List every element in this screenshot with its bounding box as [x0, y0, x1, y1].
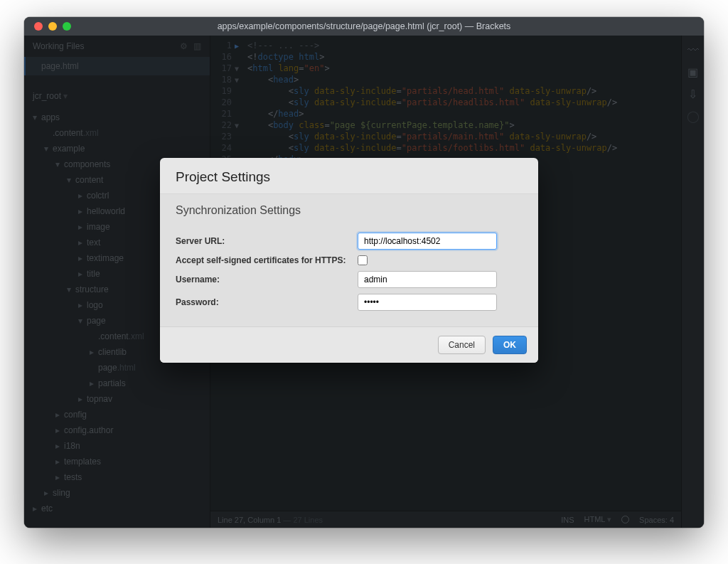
settings-form: Server URL: Accept self-signed certifica…	[160, 224, 538, 326]
dialog-section-title: Synchronization Settings	[160, 193, 538, 224]
minimize-icon[interactable]	[48, 22, 57, 31]
dialog-footer: Cancel OK	[160, 326, 538, 363]
cancel-button[interactable]: Cancel	[438, 336, 486, 354]
ok-button[interactable]: OK	[493, 336, 527, 354]
close-icon[interactable]	[34, 22, 43, 31]
accept-cert-label: Accept self-signed certificates for HTTP…	[176, 255, 358, 265]
titlebar: apps/example/components/structure/page/p…	[24, 17, 704, 36]
username-input[interactable]	[358, 271, 497, 288]
accept-cert-checkbox[interactable]	[358, 255, 368, 265]
maximize-icon[interactable]	[63, 22, 71, 31]
window-controls	[24, 22, 71, 31]
project-settings-dialog: Project Settings Synchronization Setting…	[160, 158, 538, 363]
password-input[interactable]	[358, 294, 497, 311]
server-url-label: Server URL:	[176, 236, 358, 246]
window-title: apps/example/components/structure/page/p…	[24, 21, 704, 31]
server-url-input[interactable]	[358, 233, 497, 250]
password-label: Password:	[176, 297, 358, 307]
dialog-title: Project Settings	[160, 158, 538, 193]
username-label: Username:	[176, 275, 358, 284]
